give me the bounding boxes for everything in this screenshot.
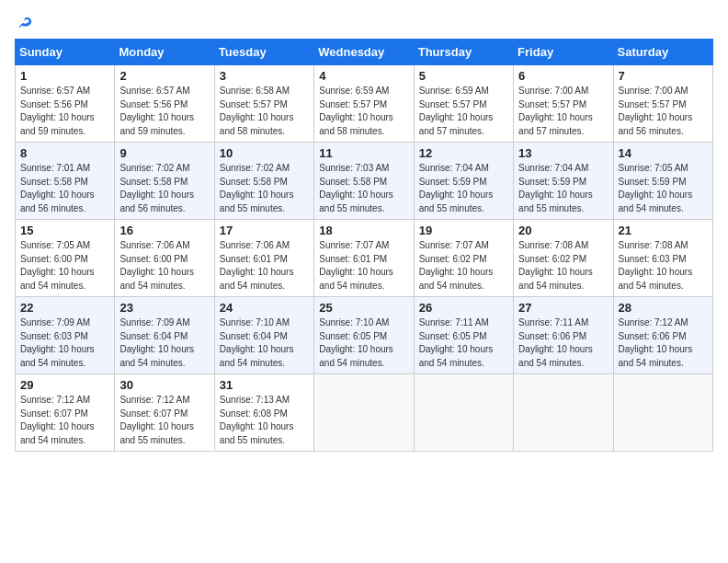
calendar-cell: 21Sunrise: 7:08 AM Sunset: 6:03 PM Dayli…: [613, 220, 712, 297]
calendar-week-1: 1Sunrise: 6:57 AM Sunset: 5:56 PM Daylig…: [16, 65, 713, 143]
day-info: Sunrise: 7:12 AM Sunset: 6:07 PM Dayligh…: [119, 394, 209, 447]
day-info: Sunrise: 7:06 AM Sunset: 6:00 PM Dayligh…: [119, 239, 209, 293]
calendar-cell: 4Sunrise: 6:59 AM Sunset: 5:57 PM Daylig…: [314, 65, 414, 143]
day-number: 19: [419, 224, 508, 237]
day-number: 26: [419, 301, 508, 315]
calendar-cell: [414, 374, 513, 452]
day-info: Sunrise: 7:07 AM Sunset: 6:01 PM Dayligh…: [319, 239, 408, 293]
day-number: 10: [220, 146, 309, 160]
column-header-sunday: Sunday: [16, 40, 115, 65]
day-number: 29: [20, 378, 109, 392]
column-header-tuesday: Tuesday: [214, 40, 313, 65]
day-info: Sunrise: 6:59 AM Sunset: 5:57 PM Dayligh…: [319, 85, 408, 138]
day-number: 3: [220, 69, 309, 83]
calendar-cell: 30Sunrise: 7:12 AM Sunset: 6:07 PM Dayli…: [115, 374, 214, 452]
day-info: Sunrise: 7:03 AM Sunset: 5:58 PM Dayligh…: [319, 162, 408, 215]
day-number: 30: [119, 378, 209, 392]
day-info: Sunrise: 7:08 AM Sunset: 6:02 PM Dayligh…: [518, 239, 608, 293]
day-info: Sunrise: 7:05 AM Sunset: 5:59 PM Dayligh…: [619, 162, 708, 215]
column-header-thursday: Thursday: [414, 40, 513, 65]
day-info: Sunrise: 7:06 AM Sunset: 6:01 PM Dayligh…: [220, 239, 309, 293]
day-number: 1: [20, 69, 109, 83]
day-number: 21: [619, 224, 708, 237]
day-number: 23: [119, 301, 209, 315]
calendar-cell: 3Sunrise: 6:58 AM Sunset: 5:57 PM Daylig…: [214, 65, 313, 143]
calendar-cell: 8Sunrise: 7:01 AM Sunset: 5:58 PM Daylig…: [16, 143, 115, 220]
calendar-week-4: 22Sunrise: 7:09 AM Sunset: 6:03 PM Dayli…: [16, 297, 713, 374]
logo: [15, 15, 33, 31]
calendar-cell: 10Sunrise: 7:02 AM Sunset: 5:58 PM Dayli…: [214, 143, 313, 220]
calendar-cell: 17Sunrise: 7:06 AM Sunset: 6:01 PM Dayli…: [214, 220, 313, 297]
calendar-cell: [514, 374, 613, 452]
calendar-week-3: 15Sunrise: 7:05 AM Sunset: 6:00 PM Dayli…: [16, 220, 713, 297]
calendar-cell: 1Sunrise: 6:57 AM Sunset: 5:56 PM Daylig…: [16, 65, 115, 143]
day-number: 17: [220, 224, 309, 237]
day-info: Sunrise: 7:09 AM Sunset: 6:03 PM Dayligh…: [20, 316, 109, 370]
calendar-cell: 6Sunrise: 7:00 AM Sunset: 5:57 PM Daylig…: [514, 65, 613, 143]
day-info: Sunrise: 7:07 AM Sunset: 6:02 PM Dayligh…: [419, 239, 508, 293]
day-number: 25: [319, 301, 408, 315]
day-number: 12: [419, 146, 508, 160]
calendar-table: SundayMondayTuesdayWednesdayThursdayFrid…: [15, 39, 713, 452]
calendar-cell: 27Sunrise: 7:11 AM Sunset: 6:06 PM Dayli…: [514, 297, 613, 374]
calendar-cell: 14Sunrise: 7:05 AM Sunset: 5:59 PM Dayli…: [613, 143, 712, 220]
calendar-cell: 20Sunrise: 7:08 AM Sunset: 6:02 PM Dayli…: [514, 220, 613, 297]
column-header-saturday: Saturday: [613, 40, 712, 65]
column-header-friday: Friday: [514, 40, 613, 65]
calendar-header-row: SundayMondayTuesdayWednesdayThursdayFrid…: [16, 40, 713, 65]
day-number: 5: [419, 69, 508, 83]
calendar-week-2: 8Sunrise: 7:01 AM Sunset: 5:58 PM Daylig…: [16, 143, 713, 220]
calendar-cell: 13Sunrise: 7:04 AM Sunset: 5:59 PM Dayli…: [514, 143, 613, 220]
calendar-cell: 29Sunrise: 7:12 AM Sunset: 6:07 PM Dayli…: [16, 374, 115, 452]
day-number: 24: [220, 301, 309, 315]
day-number: 20: [518, 224, 608, 237]
calendar-cell: 22Sunrise: 7:09 AM Sunset: 6:03 PM Dayli…: [16, 297, 115, 374]
day-info: Sunrise: 6:58 AM Sunset: 5:57 PM Dayligh…: [220, 85, 309, 138]
day-info: Sunrise: 6:59 AM Sunset: 5:57 PM Dayligh…: [419, 85, 508, 138]
day-info: Sunrise: 7:11 AM Sunset: 6:06 PM Dayligh…: [518, 316, 608, 370]
calendar-cell: [314, 374, 414, 452]
calendar-cell: 23Sunrise: 7:09 AM Sunset: 6:04 PM Dayli…: [115, 297, 214, 374]
calendar-cell: 5Sunrise: 6:59 AM Sunset: 5:57 PM Daylig…: [414, 65, 513, 143]
day-info: Sunrise: 7:00 AM Sunset: 5:57 PM Dayligh…: [518, 85, 608, 138]
day-number: 2: [119, 69, 209, 83]
day-info: Sunrise: 6:57 AM Sunset: 5:56 PM Dayligh…: [20, 85, 109, 138]
calendar-cell: 2Sunrise: 6:57 AM Sunset: 5:56 PM Daylig…: [115, 65, 214, 143]
day-number: 9: [119, 146, 209, 160]
day-info: Sunrise: 7:02 AM Sunset: 5:58 PM Dayligh…: [119, 162, 209, 215]
calendar-cell: 9Sunrise: 7:02 AM Sunset: 5:58 PM Daylig…: [115, 143, 214, 220]
day-number: 16: [119, 224, 209, 237]
day-number: 11: [319, 146, 408, 160]
day-info: Sunrise: 7:04 AM Sunset: 5:59 PM Dayligh…: [518, 162, 608, 215]
day-info: Sunrise: 7:13 AM Sunset: 6:08 PM Dayligh…: [220, 394, 309, 447]
logo-bird-icon: [17, 15, 33, 31]
calendar-cell: 11Sunrise: 7:03 AM Sunset: 5:58 PM Dayli…: [314, 143, 414, 220]
day-number: 28: [619, 301, 708, 315]
calendar-week-5: 29Sunrise: 7:12 AM Sunset: 6:07 PM Dayli…: [16, 374, 713, 452]
day-number: 27: [518, 301, 608, 315]
day-info: Sunrise: 7:11 AM Sunset: 6:05 PM Dayligh…: [419, 316, 508, 370]
calendar-cell: [613, 374, 712, 452]
day-number: 14: [619, 146, 708, 160]
day-number: 4: [319, 69, 408, 83]
calendar-cell: 16Sunrise: 7:06 AM Sunset: 6:00 PM Dayli…: [115, 220, 214, 297]
day-number: 22: [20, 301, 109, 315]
day-info: Sunrise: 7:08 AM Sunset: 6:03 PM Dayligh…: [619, 239, 708, 293]
day-info: Sunrise: 7:10 AM Sunset: 6:05 PM Dayligh…: [319, 316, 408, 370]
day-number: 6: [518, 69, 608, 83]
column-header-wednesday: Wednesday: [314, 40, 414, 65]
day-number: 31: [220, 378, 309, 392]
calendar-cell: 24Sunrise: 7:10 AM Sunset: 6:04 PM Dayli…: [214, 297, 313, 374]
day-number: 8: [20, 146, 109, 160]
calendar-cell: 25Sunrise: 7:10 AM Sunset: 6:05 PM Dayli…: [314, 297, 414, 374]
day-info: Sunrise: 7:12 AM Sunset: 6:06 PM Dayligh…: [619, 316, 708, 370]
calendar-cell: 18Sunrise: 7:07 AM Sunset: 6:01 PM Dayli…: [314, 220, 414, 297]
calendar-cell: 15Sunrise: 7:05 AM Sunset: 6:00 PM Dayli…: [16, 220, 115, 297]
page-header: [15, 15, 713, 31]
day-number: 18: [319, 224, 408, 237]
day-info: Sunrise: 7:00 AM Sunset: 5:57 PM Dayligh…: [619, 85, 708, 138]
day-info: Sunrise: 7:12 AM Sunset: 6:07 PM Dayligh…: [20, 394, 109, 447]
calendar-cell: 26Sunrise: 7:11 AM Sunset: 6:05 PM Dayli…: [414, 297, 513, 374]
day-info: Sunrise: 7:05 AM Sunset: 6:00 PM Dayligh…: [20, 239, 109, 293]
calendar-cell: 28Sunrise: 7:12 AM Sunset: 6:06 PM Dayli…: [613, 297, 712, 374]
